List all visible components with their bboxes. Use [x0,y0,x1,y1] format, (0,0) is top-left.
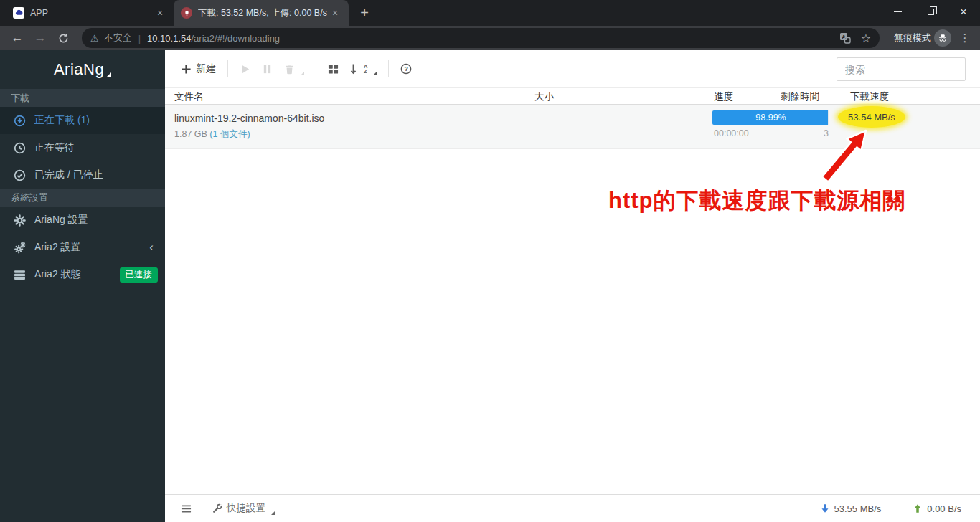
bookmark-star-icon[interactable]: ☆ [861,32,871,45]
svg-text:A: A [842,34,846,40]
ariang-logo[interactable]: AriaNg [0,50,165,89]
check-circle-icon [13,169,26,181]
col-size: 大小 [534,90,554,103]
task-elapsed-time: 00:00:00 [714,128,749,138]
new-tab-button[interactable]: + [354,3,374,23]
download-circle-icon [13,115,26,127]
status-bar: 快捷設置 53.55 MB/s 0.00 B/s [165,494,980,522]
logo-caret-icon [107,72,111,77]
quick-settings-label: 快捷設置 [227,502,265,515]
url-separator: | [138,33,141,44]
annotation-label: http的下載速度跟下載源相關 [608,188,906,213]
task-speed: 53.54 MB/s [848,112,895,123]
ariang-favicon-icon [181,7,192,19]
toolbar-separator [388,60,389,77]
tab-app[interactable]: APP × [6,0,174,26]
minimize-button[interactable] [881,0,914,24]
close-window-button[interactable]: × [947,0,980,24]
help-button[interactable]: ? [395,59,418,79]
sidebar-item-label: Aria2 狀態 [34,268,81,281]
new-download-label: 新建 [196,62,216,75]
reload-icon[interactable] [52,28,75,48]
forward-icon[interactable]: → [29,28,52,48]
sidebar-section-settings: 系統設置 [0,189,165,207]
col-progress: 進度 [714,90,733,103]
sidebar-item-ariang-settings[interactable]: AriaNg 設置 [0,207,165,234]
logo-text: AriaNg [54,60,104,79]
search-box [837,57,966,81]
sort-caret-icon [373,72,377,75]
sidebar-item-label: 已完成 / 已停止 [34,169,103,181]
quick-settings-caret-icon [271,511,275,515]
security-label[interactable]: 不安全 [104,32,132,44]
restore-button[interactable] [914,0,947,24]
download-arrow-icon [820,503,830,513]
search-input[interactable] [844,63,976,76]
sidebar-item-label: Aria2 設置 [34,241,81,254]
incognito-label: 無痕模式 [894,32,931,44]
sort-button[interactable]: AZ [344,59,382,80]
minimize-icon [894,11,902,13]
server-icon [13,269,26,281]
status-separator [202,500,202,517]
tab-close-icon[interactable]: × [154,6,166,19]
toolbar-separator [227,60,228,77]
app-favicon-icon [13,7,24,19]
incognito-icon [934,29,951,47]
global-upload-speed: 0.00 B/s [927,503,961,514]
url-omnibox[interactable]: ⚠ 不安全 | 10.10.1.54/aria2/#!/downloading … [82,28,880,48]
sidebar-item-label: 正在等待 [34,141,75,154]
delete-button[interactable] [278,59,310,80]
annotation-arrow-icon [811,122,875,190]
translate-icon[interactable]: A [839,32,851,44]
col-remaining-time: 剩餘時間 [781,90,819,103]
sidebar-item-aria2-status[interactable]: Aria2 狀態 已連接 [0,261,165,288]
upload-arrow-icon [913,503,923,513]
tab-title: 下載: 53.52 MB/s, 上傳: 0.00 B/s [198,7,329,19]
col-filename: 文件名 [174,90,204,103]
tab-title: APP [30,8,154,18]
start-button[interactable] [234,60,256,79]
task-filename: linuxmint-19.2-cinnamon-64bit.iso [174,113,324,124]
sidebar-section-download: 下載 [0,89,165,107]
connected-status-badge: 已連接 [120,267,159,283]
toolbar-separator [316,60,316,77]
clock-icon [13,142,26,154]
delete-caret-icon [301,72,304,75]
task-table-header: 文件名 大小 進度 剩餘時間 下載速度 [165,88,980,105]
command-toolbar: 新建 AZ ? [165,50,980,88]
sidebar-item-finished[interactable]: 已完成 / 已停止 [0,161,165,189]
browser-tab-bar: APP × 下載: 53.52 MB/s, 上傳: 0.00 B/s × + × [0,0,980,26]
url-host: 10.10.1.54 [147,33,191,44]
sidebar-item-downloading[interactable]: 正在下載 (1) [0,107,165,134]
gear-icon [13,214,26,227]
gears-icon [13,242,26,254]
quick-settings-button[interactable]: 快捷設置 [208,498,279,519]
browser-menu-icon[interactable]: ⋮ [956,29,974,47]
tab-close-icon[interactable]: × [329,6,341,19]
sidebar-item-waiting[interactable]: 正在等待 [0,134,165,161]
global-download-speed: 53.55 MB/s [834,503,882,514]
browser-address-bar: ← → ⚠ 不安全 | 10.10.1.54/aria2/#!/download… [0,26,980,50]
window-controls: × [881,0,980,24]
back-icon[interactable]: ← [6,28,29,48]
task-size: 1.87 GB [174,129,207,139]
annotation: http的下載速度跟下載源相關 [601,181,960,219]
pause-button[interactable] [256,60,278,79]
warning-icon: ⚠ [90,33,99,44]
chevron-left-icon: ‹ [149,240,154,255]
wrench-icon [212,503,222,513]
url-path: /aria2/#!/downloading [192,33,281,44]
sidebar-item-aria2-settings[interactable]: Aria2 設置 ‹ [0,234,165,261]
main-panel: 新建 AZ ? [165,50,980,522]
task-files-link[interactable]: (1 個文件) [209,129,250,139]
new-download-button[interactable]: 新建 [175,58,222,80]
sidebar-item-label: 正在下載 (1) [34,114,90,127]
tab-ariang-active[interactable]: 下載: 53.52 MB/s, 上傳: 0.00 B/s × [174,0,349,26]
sidebar: AriaNg 下載 正在下載 (1) 正在等待 已完成 / 已停止 系統設置 [0,50,165,522]
view-grid-button[interactable] [322,60,344,79]
sort-az-icon: AZ [364,64,367,75]
hamburger-icon [181,503,192,514]
col-download-speed: 下載速度 [850,90,889,103]
status-menu-button[interactable] [176,499,196,518]
